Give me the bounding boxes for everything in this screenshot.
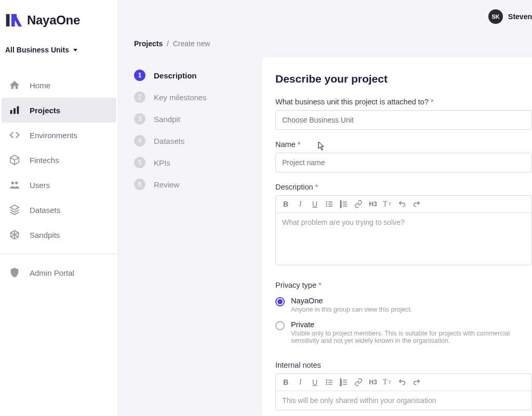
heading-icon[interactable]: H3 (368, 199, 378, 209)
svg-point-8 (326, 206, 327, 206)
sandpit-icon (8, 229, 21, 240)
sidebar-item-label: Users (30, 181, 50, 190)
nav-list-admin: Admin Portal (0, 260, 118, 285)
privacy-option-nayaone[interactable]: NayaOne Anyone in this group can view th… (275, 297, 532, 313)
sidebar-item-label: Datasets (30, 206, 60, 214)
bold-icon[interactable]: B (281, 377, 290, 387)
wizard-pane: Projects / Create new 1 Description 2 Ke… (118, 0, 262, 195)
underline-icon[interactable]: U (310, 377, 320, 387)
bold-icon[interactable]: B (281, 199, 290, 209)
sidebar-item-label: Sandpits (30, 231, 60, 239)
required-marker: * (318, 281, 322, 289)
logo-icon (5, 11, 23, 29)
layers-icon (8, 204, 21, 216)
sidebar-item-projects[interactable]: Projects (2, 98, 116, 123)
user-name: Steven (508, 12, 532, 21)
text-format-icon[interactable]: TT (383, 377, 392, 387)
project-name-input[interactable] (275, 153, 532, 172)
redo-icon[interactable] (412, 377, 421, 387)
step-kpis[interactable]: 5 KPIs (134, 152, 255, 173)
undo-icon[interactable] (397, 377, 407, 387)
italic-icon[interactable]: I (296, 377, 305, 387)
wizard-steps: 1 Description 2 Key milestones 3 Sandpit… (134, 64, 255, 195)
redo-icon[interactable] (412, 199, 421, 209)
privacy-field-label: Privacy type * (275, 281, 532, 289)
sidebar-item-fintechs[interactable]: Fintechs (2, 147, 116, 172)
required-marker: * (431, 98, 434, 106)
step-sandpit[interactable]: 3 Sandpit (134, 108, 255, 130)
radio-description: Anyone in this group can view this proje… (291, 306, 412, 313)
svg-rect-0 (6, 14, 10, 26)
step-datasets[interactable]: 4 Datasets (134, 130, 255, 152)
breadcrumb-root[interactable]: Projects (134, 39, 163, 48)
required-marker: * (315, 183, 318, 191)
divider (0, 253, 118, 254)
undo-icon[interactable] (397, 199, 407, 209)
step-label: Sandpit (154, 115, 180, 124)
step-number: 4 (134, 135, 145, 146)
heading-icon[interactable]: H3 (368, 377, 378, 387)
sidebar-item-label: Projects (30, 106, 60, 115)
business-unit-select[interactable]: Choose Business Unit (275, 110, 532, 130)
logo-text: NayaOne (27, 13, 80, 28)
notes-textarea[interactable]: This will be only shared within your org… (276, 391, 531, 410)
sidebar-item-label: Admin Portal (30, 269, 74, 277)
svg-text:3: 3 (340, 206, 342, 208)
step-label: Key milestones (154, 93, 207, 102)
radio-description: Visible only to project members. This is… (291, 330, 532, 344)
privacy-option-private[interactable]: Private Visible only to project members.… (275, 320, 532, 344)
breadcrumb-sep: / (167, 39, 169, 48)
sidebar-item-sandpits[interactable]: Sandpits (2, 222, 116, 247)
link-icon[interactable] (354, 377, 363, 387)
bu-field-label: What business unit this project is attac… (275, 98, 532, 106)
rte-toolbar: B I U 123 H3 TT (276, 374, 531, 391)
step-label: Review (154, 180, 179, 189)
description-field-label: Description * (275, 183, 532, 191)
step-description[interactable]: 1 Description (134, 64, 255, 86)
business-unit-label: All Business Units (5, 46, 69, 54)
sidebar-item-environments[interactable]: Environments (2, 123, 116, 147)
sidebar-item-admin-portal[interactable]: Admin Portal (2, 260, 116, 285)
chevron-down-icon (73, 49, 77, 51)
notes-editor: B I U 123 H3 TT This will be only shared… (275, 373, 532, 410)
step-number: 2 (134, 91, 145, 103)
user-menu[interactable]: SK Steven (488, 9, 532, 24)
svg-point-20 (326, 384, 327, 384)
svg-point-19 (326, 382, 327, 382)
breadcrumb-leaf: Create new (173, 39, 210, 48)
sidebar-item-label: Fintechs (30, 156, 59, 165)
description-textarea[interactable]: What problem are you trying to solve? (276, 213, 531, 265)
code-icon (8, 129, 21, 141)
italic-icon[interactable]: I (296, 199, 305, 209)
required-marker: * (298, 140, 301, 149)
sidebar-item-users[interactable]: Users (2, 172, 116, 197)
svg-point-18 (326, 380, 327, 380)
description-editor: B I U 123 H3 TT What problem are you try… (275, 195, 532, 265)
logo[interactable]: NayaOne (0, 0, 118, 41)
sidebar-item-home[interactable]: Home (2, 73, 116, 98)
svg-point-7 (326, 204, 327, 204)
step-number: 5 (134, 157, 145, 168)
link-icon[interactable] (354, 199, 363, 209)
step-key-milestones[interactable]: 2 Key milestones (134, 86, 255, 108)
notes-field-label: Internal notes (275, 361, 532, 369)
step-label: KPIs (154, 158, 170, 167)
list-ul-icon[interactable] (325, 199, 334, 209)
svg-point-6 (326, 202, 327, 202)
svg-text:3: 3 (340, 384, 342, 386)
sidebar-item-datasets[interactable]: Datasets (2, 197, 116, 222)
avatar: SK (488, 9, 503, 24)
step-number: 1 (134, 70, 145, 81)
step-review[interactable]: 6 Review (134, 173, 255, 195)
list-ul-icon[interactable] (325, 377, 334, 387)
list-ol-icon[interactable]: 123 (339, 199, 349, 209)
text-format-icon[interactable]: TT (383, 199, 392, 209)
radio-unselected-icon (275, 321, 285, 330)
list-ol-icon[interactable]: 123 (339, 377, 349, 387)
users-icon (8, 179, 21, 191)
underline-icon[interactable]: U (310, 199, 320, 209)
step-label: Datasets (154, 137, 184, 145)
step-number: 6 (134, 179, 145, 190)
business-unit-selector[interactable]: All Business Units (0, 41, 118, 64)
home-icon (8, 79, 21, 91)
